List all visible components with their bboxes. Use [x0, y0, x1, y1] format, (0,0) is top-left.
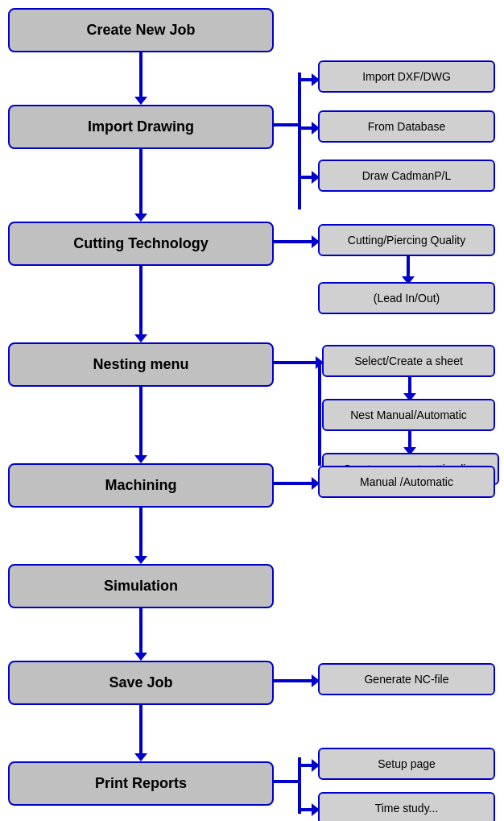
- from-database-box: From Database: [318, 110, 495, 143]
- manual-automatic-label: Manual /Automatic: [360, 475, 453, 488]
- cutting-piercing-label: Cutting/Piercing Quality: [348, 234, 465, 247]
- vline-3: [139, 266, 143, 338]
- machining-label: Machining: [105, 477, 177, 494]
- select-create-sheet-box: Select/Create a sheet: [322, 345, 495, 377]
- cutting-technology-box: Cutting Technology: [8, 222, 274, 266]
- print-reports-label: Print Reports: [95, 775, 187, 792]
- vline-2: [139, 149, 143, 218]
- vbranch-import: [298, 73, 301, 209]
- arrow-6: [134, 653, 147, 661]
- nesting-menu-label: Nesting menu: [93, 356, 188, 373]
- manual-automatic-box: Manual /Automatic: [318, 466, 495, 498]
- vline-4: [139, 387, 143, 459]
- import-dxf-label: Import DXF/DWG: [362, 70, 451, 83]
- from-database-label: From Database: [368, 120, 445, 133]
- arrow-2: [134, 214, 147, 222]
- machining-box: Machining: [8, 463, 274, 508]
- vline-1: [139, 52, 143, 101]
- generate-nc-label: Generate NC-file: [364, 673, 448, 686]
- simulation-label: Simulation: [104, 578, 178, 595]
- draw-cadman-label: Draw CadmanP/L: [362, 169, 452, 182]
- hline-print: [274, 780, 298, 783]
- lead-in-out-box: (Lead In/Out): [318, 282, 495, 314]
- save-job-box: Save Job: [8, 661, 274, 705]
- cutting-piercing-box: Cutting/Piercing Quality: [318, 224, 495, 256]
- vline-7: [139, 705, 143, 757]
- arrow-3: [134, 334, 147, 342]
- arrow-7: [134, 753, 147, 761]
- vline-6: [139, 608, 143, 657]
- create-new-job-box: Create New Job: [8, 8, 274, 52]
- select-create-sheet-label: Select/Create a sheet: [354, 355, 463, 367]
- create-new-job-label: Create New Job: [86, 22, 195, 39]
- generate-nc-box: Generate NC-file: [318, 663, 495, 695]
- lead-in-out-label: (Lead In/Out): [374, 292, 440, 305]
- hline-nesting: [274, 361, 318, 364]
- arrow-5: [134, 556, 147, 564]
- arrow-4: [134, 455, 147, 463]
- cutting-technology-label: Cutting Technology: [73, 235, 209, 252]
- time-study-box: Time study...: [318, 792, 495, 821]
- time-study-label: Time study...: [375, 802, 439, 815]
- import-drawing-box: Import Drawing: [8, 105, 274, 149]
- nest-manual-box: Nest Manual/Automatic: [322, 399, 495, 431]
- vbranch-nesting: [318, 361, 321, 466]
- print-reports-box: Print Reports: [8, 761, 274, 806]
- setup-page-box: Setup page: [318, 748, 495, 780]
- import-drawing-label: Import Drawing: [88, 118, 194, 135]
- setup-page-label: Setup page: [378, 757, 436, 770]
- import-dxf-box: Import DXF/DWG: [318, 60, 495, 93]
- nest-manual-label: Nest Manual/Automatic: [350, 408, 467, 421]
- vline-5: [139, 508, 143, 560]
- draw-cadman-box: Draw CadmanP/L: [318, 160, 495, 192]
- simulation-box: Simulation: [8, 564, 274, 608]
- arrow-1: [134, 97, 147, 105]
- hline-import: [274, 123, 298, 126]
- flow-diagram: Create New Job Import Drawing Import DXF…: [0, 0, 504, 821]
- save-job-label: Save Job: [109, 674, 172, 691]
- nesting-menu-box: Nesting menu: [8, 342, 274, 387]
